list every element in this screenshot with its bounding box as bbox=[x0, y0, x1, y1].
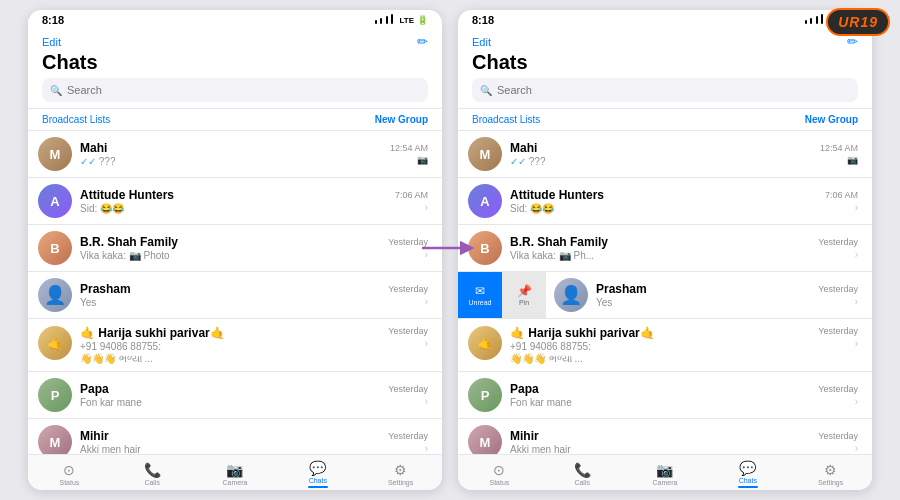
avatar-attitude-left: A bbox=[38, 184, 72, 218]
chat-preview-mihir-right: Akki men hair bbox=[510, 444, 814, 454]
tab-bar-left: ⊙ Status 📞 Calls 📷 Camera 💬 Chats ⚙ Sett… bbox=[28, 454, 442, 490]
camera-icon-right: 📷 bbox=[656, 462, 673, 478]
edit-button-left[interactable]: Edit bbox=[42, 36, 61, 48]
status-bar-right: 8:18 LTE 🔋 bbox=[458, 10, 872, 30]
new-group-right[interactable]: New Group bbox=[805, 114, 858, 125]
pin-action[interactable]: 📌 Pin bbox=[502, 272, 546, 318]
logo-text-19: 19 bbox=[860, 14, 878, 30]
prasham-chat-content: 👤 Prasham Yes Yesterday › bbox=[546, 272, 872, 318]
chat-name-papa-right: Papa bbox=[510, 382, 814, 396]
avatar-mahi-left: M bbox=[38, 137, 72, 171]
edit-button-right[interactable]: Edit bbox=[472, 36, 491, 48]
chat-preview-br-right: Vika kaka: 📷 Ph... bbox=[510, 250, 814, 261]
chat-time-papa-right: Yesterday bbox=[818, 384, 858, 394]
search-bar-right[interactable]: 🔍 bbox=[472, 78, 858, 102]
chat-time-mihir-right: Yesterday bbox=[818, 431, 858, 441]
chat-time-attitude-left: 7:06 AM bbox=[395, 190, 428, 200]
chat-item-harija-right[interactable]: 🤙 🤙 Harija sukhi parivar🤙 +91 94086 8875… bbox=[458, 319, 872, 372]
chat-preview-prasham-left: Yes bbox=[80, 297, 384, 308]
broadcast-lists-left[interactable]: Broadcast Lists bbox=[42, 114, 110, 125]
chat-item-prasham-left[interactable]: 👤 Prasham Yes Yesterday › bbox=[28, 272, 442, 319]
battery-icon: 🔋 bbox=[417, 15, 428, 25]
tab-camera-left[interactable]: 📷 Camera bbox=[194, 459, 277, 488]
signal-icon-right bbox=[805, 14, 825, 26]
chat-info-br-right: B.R. Shah Family Vika kaka: 📷 Ph... bbox=[510, 235, 814, 261]
camera-icon-left: 📷 bbox=[226, 462, 243, 478]
chat-time-br-left: Yesterday bbox=[388, 237, 428, 247]
tab-chats-left[interactable]: 💬 Chats bbox=[276, 459, 359, 488]
avatar-br-right: B bbox=[468, 231, 502, 265]
avatar-papa-left: P bbox=[38, 378, 72, 412]
calls-label-right: Calls bbox=[574, 479, 590, 486]
chat-name-br-left: B.R. Shah Family bbox=[80, 235, 384, 249]
compose-icon-left[interactable]: ✏ bbox=[417, 34, 428, 49]
tab-settings-left[interactable]: ⚙ Settings bbox=[359, 459, 442, 488]
chat-item-papa-left[interactable]: P Papa Fon kar mane Yesterday › bbox=[28, 372, 442, 419]
chevron-prasham-right: › bbox=[855, 296, 858, 307]
chat-info-attitude-left: Attitude Hunters Sid: 😂😂 bbox=[80, 188, 391, 214]
status-icon-left: ⊙ bbox=[63, 462, 75, 478]
chat-item-papa-right[interactable]: P Papa Fon kar mane Yesterday › bbox=[458, 372, 872, 419]
chat-item-br-right[interactable]: B B.R. Shah Family Vika kaka: 📷 Ph... Ye… bbox=[458, 225, 872, 272]
logo-badge: UR19 bbox=[826, 8, 890, 36]
chats-label-left: Chats bbox=[309, 477, 327, 484]
chat-item-prasham-right[interactable]: ✉ Unread 📌 Pin 👤 Prasham Yes bbox=[458, 272, 872, 319]
search-icon-right: 🔍 bbox=[480, 85, 492, 96]
status-label-left: Status bbox=[59, 479, 79, 486]
tab-chats-right[interactable]: 💬 Chats bbox=[706, 459, 789, 488]
chats-icon-right: 💬 bbox=[739, 460, 756, 476]
search-bar-left[interactable]: 🔍 bbox=[42, 78, 428, 102]
chat-item-attitude-left[interactable]: A Attitude Hunters Sid: 😂😂 7:06 AM › bbox=[28, 178, 442, 225]
chat-name-br-right: B.R. Shah Family bbox=[510, 235, 814, 249]
chevron-attitude-left: › bbox=[425, 202, 428, 213]
chevron-br-right: › bbox=[855, 249, 858, 260]
chat-meta-br-left: Yesterday › bbox=[388, 237, 428, 260]
chat-name-harija-right: 🤙 Harija sukhi parivar🤙 bbox=[510, 326, 814, 340]
chat-meta-mahi-right: 12:54 AM 📷 bbox=[820, 143, 858, 165]
chat-meta-harija-right: Yesterday › bbox=[818, 326, 858, 349]
tab-camera-right[interactable]: 📷 Camera bbox=[624, 459, 707, 488]
chat-name-attitude-right: Attitude Hunters bbox=[510, 188, 821, 202]
chat-title-right: Chats bbox=[472, 51, 858, 73]
chat-meta-prasham-left: Yesterday › bbox=[388, 284, 428, 307]
chat-item-harija-left[interactable]: 🤙 🤙 Harija sukhi parivar🤙 +91 94086 8875… bbox=[28, 319, 442, 372]
time-right: 8:18 bbox=[472, 14, 494, 26]
chat-preview-attitude-left: Sid: 😂😂 bbox=[80, 203, 391, 214]
chat-info-mihir-left: Mihir Akki men hair bbox=[80, 429, 384, 454]
search-input-left[interactable] bbox=[67, 84, 420, 96]
search-input-right[interactable] bbox=[497, 84, 850, 96]
tab-calls-left[interactable]: 📞 Calls bbox=[111, 459, 194, 488]
tab-status-left[interactable]: ⊙ Status bbox=[28, 459, 111, 488]
chat-item-mahi-right[interactable]: M Mahi ✓✓ ??? 12:54 AM 📷 bbox=[458, 131, 872, 178]
avatar-br-left: B bbox=[38, 231, 72, 265]
logo-text-ur: UR bbox=[838, 14, 860, 30]
tab-calls-right[interactable]: 📞 Calls bbox=[541, 459, 624, 488]
chat-item-br-left[interactable]: B B.R. Shah Family Vika kaka: 📷 Photo Ye… bbox=[28, 225, 442, 272]
chat-info-prasham-right: Prasham Yes bbox=[596, 282, 814, 308]
chat-name-harija-left: 🤙 Harija sukhi parivar🤙 bbox=[80, 326, 384, 340]
chat-item-mahi-left[interactable]: M Mahi ✓✓ ??? 12:54 AM 📷 bbox=[28, 131, 442, 178]
calls-icon-left: 📞 bbox=[144, 462, 161, 478]
swipe-container-prasham: ✉ Unread 📌 Pin 👤 Prasham Yes bbox=[458, 272, 872, 318]
tab-status-right[interactable]: ⊙ Status bbox=[458, 459, 541, 488]
camera-label-left: Camera bbox=[223, 479, 248, 486]
chevron-attitude-right: › bbox=[855, 202, 858, 213]
chat-info-br-left: B.R. Shah Family Vika kaka: 📷 Photo bbox=[80, 235, 384, 261]
chat-list-right: M Mahi ✓✓ ??? 12:54 AM 📷 A Attitude Hunt… bbox=[458, 131, 872, 454]
chat-item-mihir-left[interactable]: M Mihir Akki men hair Yesterday › bbox=[28, 419, 442, 454]
new-group-left[interactable]: New Group bbox=[375, 114, 428, 125]
settings-label-right: Settings bbox=[818, 479, 843, 486]
chat-name-prasham-right: Prasham bbox=[596, 282, 814, 296]
unread-icon: ✉ bbox=[475, 284, 485, 298]
compose-icon-right[interactable]: ✏ bbox=[847, 34, 858, 49]
media-icon-mahi-right: 📷 bbox=[847, 155, 858, 165]
chat-item-attitude-right[interactable]: A Attitude Hunters Sid: 😂😂 7:06 AM › bbox=[458, 178, 872, 225]
unread-action[interactable]: ✉ Unread bbox=[458, 272, 502, 318]
chat-time-attitude-right: 7:06 AM bbox=[825, 190, 858, 200]
broadcast-lists-right[interactable]: Broadcast Lists bbox=[472, 114, 540, 125]
chat-time-br-right: Yesterday bbox=[818, 237, 858, 247]
chat-item-mihir-right[interactable]: M Mihir Akki men hair Yesterday › bbox=[458, 419, 872, 454]
tab-settings-right[interactable]: ⚙ Settings bbox=[789, 459, 872, 488]
chat-time-prasham-left: Yesterday bbox=[388, 284, 428, 294]
avatar-mihir-left: M bbox=[38, 425, 72, 454]
